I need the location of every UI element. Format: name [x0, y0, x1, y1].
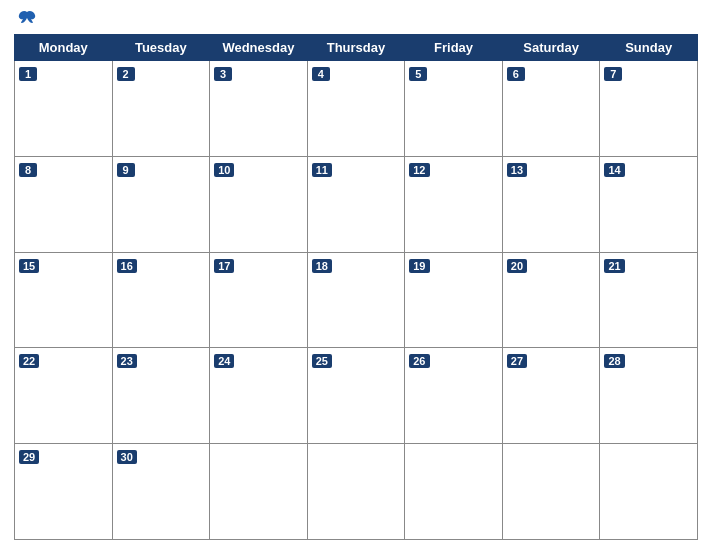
calendar-day-header: Tuesday — [112, 35, 210, 61]
day-number: 13 — [507, 163, 527, 177]
calendar-day-cell: 18 — [307, 252, 405, 348]
day-number: 1 — [19, 67, 37, 81]
day-number: 26 — [409, 354, 429, 368]
calendar-day-header: Wednesday — [210, 35, 308, 61]
calendar-day-cell — [502, 444, 600, 540]
day-number: 22 — [19, 354, 39, 368]
day-number: 25 — [312, 354, 332, 368]
calendar-week-row: 22232425262728 — [15, 348, 698, 444]
day-number: 23 — [117, 354, 137, 368]
day-number: 27 — [507, 354, 527, 368]
calendar-day-cell — [210, 444, 308, 540]
calendar-day-cell: 12 — [405, 156, 503, 252]
day-number: 3 — [214, 67, 232, 81]
day-number: 17 — [214, 259, 234, 273]
calendar-day-header: Sunday — [600, 35, 698, 61]
day-number: 15 — [19, 259, 39, 273]
calendar-table: MondayTuesdayWednesdayThursdayFridaySatu… — [14, 34, 698, 540]
logo — [14, 10, 36, 28]
day-number: 24 — [214, 354, 234, 368]
calendar-day-cell: 25 — [307, 348, 405, 444]
calendar-day-cell: 16 — [112, 252, 210, 348]
calendar-day-cell: 2 — [112, 61, 210, 157]
calendar-day-cell: 19 — [405, 252, 503, 348]
calendar-day-cell: 13 — [502, 156, 600, 252]
calendar-day-cell — [600, 444, 698, 540]
day-number: 12 — [409, 163, 429, 177]
calendar-day-cell: 1 — [15, 61, 113, 157]
calendar-day-cell: 10 — [210, 156, 308, 252]
calendar-day-cell: 5 — [405, 61, 503, 157]
calendar-week-row: 2930 — [15, 444, 698, 540]
day-number: 11 — [312, 163, 332, 177]
day-number: 21 — [604, 259, 624, 273]
day-number: 16 — [117, 259, 137, 273]
day-number: 29 — [19, 450, 39, 464]
calendar-day-cell: 4 — [307, 61, 405, 157]
calendar-week-row: 15161718192021 — [15, 252, 698, 348]
calendar-day-cell: 21 — [600, 252, 698, 348]
day-number: 10 — [214, 163, 234, 177]
top-bar — [14, 10, 698, 28]
calendar-day-cell: 3 — [210, 61, 308, 157]
day-number: 9 — [117, 163, 135, 177]
day-number: 4 — [312, 67, 330, 81]
calendar-day-header: Saturday — [502, 35, 600, 61]
calendar-day-cell: 22 — [15, 348, 113, 444]
calendar-day-header: Friday — [405, 35, 503, 61]
calendar-day-cell: 8 — [15, 156, 113, 252]
calendar-day-cell: 26 — [405, 348, 503, 444]
calendar-day-header: Thursday — [307, 35, 405, 61]
calendar-day-cell: 14 — [600, 156, 698, 252]
day-number: 14 — [604, 163, 624, 177]
logo-bird-icon — [18, 10, 36, 28]
calendar-day-cell: 23 — [112, 348, 210, 444]
day-number: 19 — [409, 259, 429, 273]
calendar-day-cell: 29 — [15, 444, 113, 540]
day-number: 20 — [507, 259, 527, 273]
calendar-week-row: 891011121314 — [15, 156, 698, 252]
calendar-day-cell: 20 — [502, 252, 600, 348]
day-number: 7 — [604, 67, 622, 81]
calendar-day-cell: 24 — [210, 348, 308, 444]
calendar-day-cell: 28 — [600, 348, 698, 444]
calendar-day-header: Monday — [15, 35, 113, 61]
day-number: 8 — [19, 163, 37, 177]
calendar-week-row: 1234567 — [15, 61, 698, 157]
calendar-day-cell: 17 — [210, 252, 308, 348]
day-number: 30 — [117, 450, 137, 464]
calendar-day-cell: 11 — [307, 156, 405, 252]
calendar-day-cell: 9 — [112, 156, 210, 252]
day-number: 28 — [604, 354, 624, 368]
day-number: 6 — [507, 67, 525, 81]
day-number: 18 — [312, 259, 332, 273]
calendar-day-cell: 30 — [112, 444, 210, 540]
calendar-day-cell: 27 — [502, 348, 600, 444]
calendar-day-cell: 7 — [600, 61, 698, 157]
calendar-day-cell — [307, 444, 405, 540]
calendar-day-cell: 15 — [15, 252, 113, 348]
calendar-day-cell: 6 — [502, 61, 600, 157]
calendar-header-row: MondayTuesdayWednesdayThursdayFridaySatu… — [15, 35, 698, 61]
day-number: 2 — [117, 67, 135, 81]
calendar-day-cell — [405, 444, 503, 540]
day-number: 5 — [409, 67, 427, 81]
